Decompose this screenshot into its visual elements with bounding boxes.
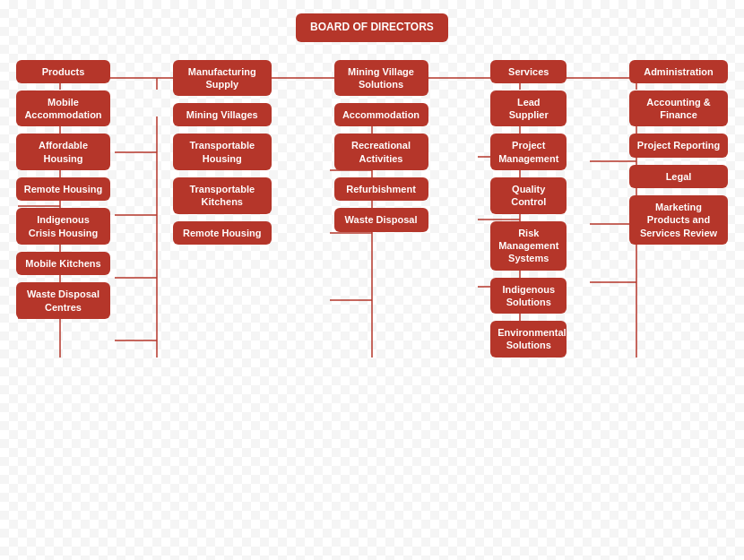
admin-child-2: Project Reporting xyxy=(629,134,728,157)
services-header: Services xyxy=(490,60,567,83)
services-child-2: Project Management xyxy=(490,134,567,170)
services-child-5: Indigenous Solutions xyxy=(490,278,567,314)
services-child-3: Quality Control xyxy=(490,177,567,214)
services-child-6: Environmental Solutions xyxy=(490,321,567,358)
admin-child-1: Accounting & Finance xyxy=(629,90,728,127)
top-row: BOARD OF DIRECTORS xyxy=(9,13,735,42)
mvs-child-1: Accommodation xyxy=(334,103,428,126)
org-chart: BOARD OF DIRECTORS xyxy=(0,0,744,371)
products-child-3: Remote Housing xyxy=(16,177,110,201)
board-of-directors: BOARD OF DIRECTORS xyxy=(296,13,448,42)
chart-container: BOARD OF DIRECTORS xyxy=(9,13,735,358)
admin-child-3: Legal xyxy=(629,165,728,188)
admin-child-4: Marketing Products and Services Review xyxy=(629,195,728,245)
mfg-child-1: Mining Villages xyxy=(173,103,272,126)
products-header: Products xyxy=(16,60,110,83)
products-column: Products Mobile Accommodation Affordable… xyxy=(16,60,110,319)
services-child-4: Risk Management Systems xyxy=(490,221,567,271)
mfg-child-4: Remote Housing xyxy=(173,221,272,245)
mvs-header: Mining Village Solutions xyxy=(334,60,428,97)
admin-header: Administration xyxy=(629,60,728,83)
mvs-child-3: Refurbishment xyxy=(334,177,428,201)
mvs-column: Mining Village Solutions Accommodation R… xyxy=(334,60,428,232)
products-child-6: Waste Disposal Centres xyxy=(16,282,110,319)
mvs-child-2: Recreational Activities xyxy=(334,134,428,170)
admin-column: Administration Accounting & Finance Proj… xyxy=(629,60,728,245)
services-column: Services Lead Supplier Project Managemen… xyxy=(490,60,567,358)
mfg-column: Manufacturing Supply Mining Villages Tra… xyxy=(173,60,272,245)
mvs-child-4: Waste Disposal xyxy=(334,208,428,231)
mfg-child-2: Transportable Housing xyxy=(173,134,272,170)
products-child-2: Affordable Housing xyxy=(16,134,110,170)
mfg-child-3: Transportable Kitchens xyxy=(173,177,272,214)
products-child-1: Mobile Accommodation xyxy=(16,90,110,127)
services-child-1: Lead Supplier xyxy=(490,90,567,127)
mfg-header: Manufacturing Supply xyxy=(173,60,272,97)
products-child-4: Indigenous Crisis Housing xyxy=(16,208,110,245)
products-child-5: Mobile Kitchens xyxy=(16,252,110,275)
